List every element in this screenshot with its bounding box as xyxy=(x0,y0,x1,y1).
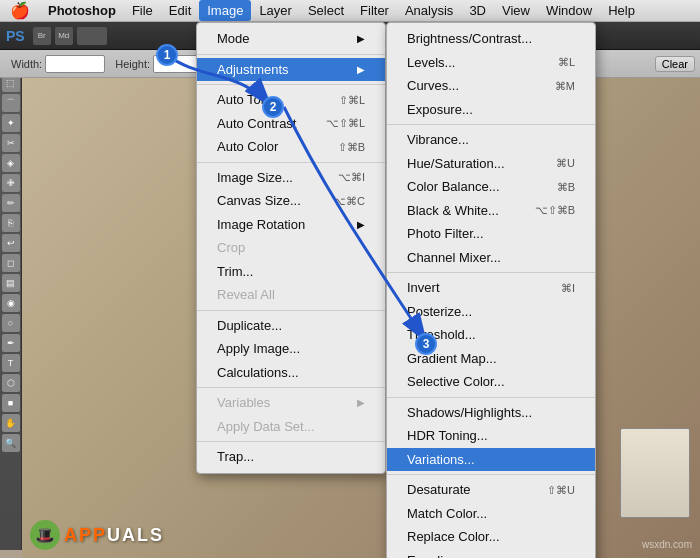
step-2-circle: 2 xyxy=(262,96,284,118)
menu-item-curves[interactable]: Curves... ⌘M xyxy=(387,74,595,98)
menu-item-black-white[interactable]: Black & White... ⌥⇧⌘B xyxy=(387,199,595,223)
menu-item-hdr-toning[interactable]: HDR Toning... xyxy=(387,424,595,448)
menu-item-replace-color[interactable]: Replace Color... xyxy=(387,525,595,549)
separator xyxy=(197,54,385,55)
menu-item-desaturate[interactable]: Desaturate ⇧⌘U xyxy=(387,478,595,502)
menu-item-auto-tone[interactable]: Auto Tone ⇧⌘L xyxy=(197,88,385,112)
clear-button[interactable]: Clear xyxy=(655,56,695,72)
menu-item-duplicate[interactable]: Duplicate... xyxy=(197,314,385,338)
md-icon[interactable]: Md xyxy=(55,27,73,45)
menu-window[interactable]: Window xyxy=(538,0,600,21)
menu-item-hue-saturation[interactable]: Hue/Saturation... ⌘U xyxy=(387,152,595,176)
separator xyxy=(197,162,385,163)
tools-sidebar: ✛ ⬚ ⌒ ✦ ✂ ◈ ✙ ✏ ⎘ ↩ ◻ ▤ ◉ ○ ✒ T ⬡ ■ ✋ 🔍 xyxy=(0,50,22,550)
gradient-tool[interactable]: ▤ xyxy=(2,274,20,292)
menu-item-apply-data-set: Apply Data Set... xyxy=(197,415,385,439)
image-menu[interactable]: Mode ▶ Adjustments ▶ Auto Tone ⇧⌘L Auto … xyxy=(196,22,386,474)
menu-edit[interactable]: Edit xyxy=(161,0,199,21)
menu-filter[interactable]: Filter xyxy=(352,0,397,21)
menu-item-color-balance[interactable]: Color Balance... ⌘B xyxy=(387,175,595,199)
ps-logo: PS xyxy=(6,28,25,44)
separator xyxy=(387,124,595,125)
menu-photoshop[interactable]: Photoshop xyxy=(40,0,124,21)
menu-item-equalize[interactable]: Equalize xyxy=(387,549,595,559)
menu-item-exposure[interactable]: Exposure... xyxy=(387,98,595,122)
pen-tool[interactable]: ✒ xyxy=(2,334,20,352)
crop-tool[interactable]: ✂ xyxy=(2,134,20,152)
arrow-icon: ▶ xyxy=(357,217,365,232)
separator xyxy=(197,387,385,388)
menu-item-crop: Crop xyxy=(197,236,385,260)
adjustments-submenu[interactable]: Brightness/Contrast... Levels... ⌘L Curv… xyxy=(386,22,596,558)
menu-item-apply-image[interactable]: Apply Image... xyxy=(197,337,385,361)
height-label: Height: xyxy=(115,58,150,70)
arrow-icon: ▶ xyxy=(357,395,365,410)
menu-item-trap[interactable]: Trap... xyxy=(197,445,385,469)
menu-item-brightness-contrast[interactable]: Brightness/Contrast... xyxy=(387,27,595,51)
eyedropper-tool[interactable]: ◈ xyxy=(2,154,20,172)
menu-item-variations[interactable]: Variations... xyxy=(387,448,595,472)
separator xyxy=(387,272,595,273)
watermark-text: wsxdn.com xyxy=(642,539,692,550)
menu-bar-items: Photoshop File Edit Image Layer Select F… xyxy=(40,0,643,21)
history-tool[interactable]: ↩ xyxy=(2,234,20,252)
menu-item-match-color[interactable]: Match Color... xyxy=(387,502,595,526)
menu-layer[interactable]: Layer xyxy=(251,0,300,21)
menu-item-variables: Variables ▶ xyxy=(197,391,385,415)
br-icon[interactable]: Br xyxy=(33,27,51,45)
type-tool[interactable]: T xyxy=(2,354,20,372)
menu-item-trim[interactable]: Trim... xyxy=(197,260,385,284)
appuals-text: APPUALS xyxy=(64,525,164,546)
arrow-icon: ▶ xyxy=(357,31,365,46)
clone-tool[interactable]: ⎘ xyxy=(2,214,20,232)
artwork-thumbnail xyxy=(620,428,690,518)
menu-item-canvas-size[interactable]: Canvas Size... ⌥⌘C xyxy=(197,189,385,213)
menu-item-shadows-highlights[interactable]: Shadows/Highlights... xyxy=(387,401,595,425)
lasso-tool[interactable]: ⌒ xyxy=(2,94,20,112)
menu-item-image-rotation[interactable]: Image Rotation ▶ xyxy=(197,213,385,237)
appuals-icon: 🎩 xyxy=(30,520,60,550)
menu-help[interactable]: Help xyxy=(600,0,643,21)
separator xyxy=(387,474,595,475)
menu-select[interactable]: Select xyxy=(300,0,352,21)
menu-item-posterize[interactable]: Posterize... xyxy=(387,300,595,324)
tool-options[interactable] xyxy=(77,27,107,45)
menu-item-mode[interactable]: Mode ▶ xyxy=(197,27,385,51)
menu-view[interactable]: View xyxy=(494,0,538,21)
menu-analysis[interactable]: Analysis xyxy=(397,0,461,21)
menu-item-vibrance[interactable]: Vibrance... xyxy=(387,128,595,152)
menu-item-photo-filter[interactable]: Photo Filter... xyxy=(387,222,595,246)
menu-item-adjustments[interactable]: Adjustments ▶ xyxy=(197,58,385,82)
menu-item-calculations[interactable]: Calculations... xyxy=(197,361,385,385)
width-label: Width: xyxy=(11,58,42,70)
step-1-circle: 1 xyxy=(156,44,178,66)
menu-item-image-size[interactable]: Image Size... ⌥⌘I xyxy=(197,166,385,190)
eraser-tool[interactable]: ◻ xyxy=(2,254,20,272)
menu-item-invert[interactable]: Invert ⌘I xyxy=(387,276,595,300)
dodge-tool[interactable]: ○ xyxy=(2,314,20,332)
menu-file[interactable]: File xyxy=(124,0,161,21)
menu-item-selective-color[interactable]: Selective Color... xyxy=(387,370,595,394)
step-3-circle: 3 xyxy=(415,333,437,355)
separator xyxy=(197,84,385,85)
brush-tool[interactable]: ✏ xyxy=(2,194,20,212)
blur-tool[interactable]: ◉ xyxy=(2,294,20,312)
magic-wand-tool[interactable]: ✦ xyxy=(2,114,20,132)
path-tool[interactable]: ⬡ xyxy=(2,374,20,392)
separator xyxy=(197,441,385,442)
menu-3d[interactable]: 3D xyxy=(461,0,494,21)
menu-item-auto-contrast[interactable]: Auto Contrast ⌥⇧⌘L xyxy=(197,112,385,136)
menu-item-channel-mixer[interactable]: Channel Mixer... xyxy=(387,246,595,270)
zoom-tool[interactable]: 🔍 xyxy=(2,434,20,452)
menu-item-auto-color[interactable]: Auto Color ⇧⌘B xyxy=(197,135,385,159)
menu-image[interactable]: Image xyxy=(199,0,251,21)
width-input[interactable] xyxy=(45,55,105,73)
healing-tool[interactable]: ✙ xyxy=(2,174,20,192)
shape-tool[interactable]: ■ xyxy=(2,394,20,412)
apple-menu[interactable]: 🍎 xyxy=(0,1,40,20)
hand-tool[interactable]: ✋ xyxy=(2,414,20,432)
menu-item-reveal-all: Reveal All xyxy=(197,283,385,307)
arrow-icon: ▶ xyxy=(357,62,365,77)
separator xyxy=(387,397,595,398)
menu-item-levels[interactable]: Levels... ⌘L xyxy=(387,51,595,75)
